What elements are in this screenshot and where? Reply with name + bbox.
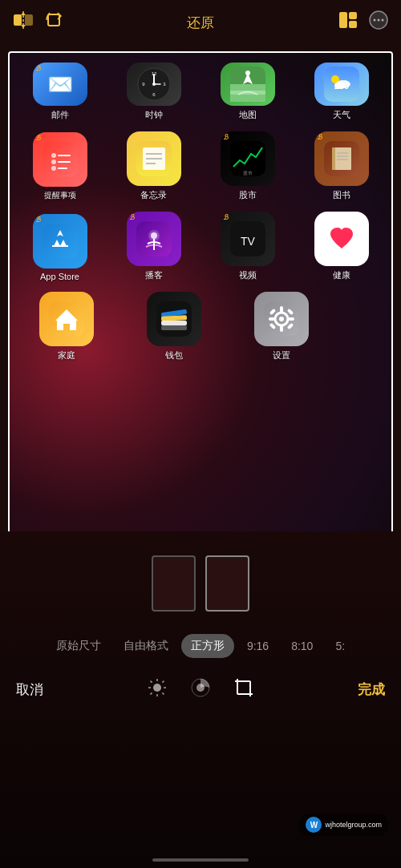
beta-badge-books: ℬ	[317, 133, 322, 141]
svg-rect-73	[269, 317, 275, 321]
svg-point-11	[378, 19, 380, 22]
beta-badge-podcasts: ℬ	[129, 213, 135, 221]
svg-line-87	[151, 692, 152, 694]
bottom-tools	[147, 677, 254, 701]
svg-text:股市: 股市	[243, 170, 253, 176]
svg-rect-71	[280, 306, 283, 313]
format-option-916[interactable]: 9:16	[237, 635, 278, 657]
svg-rect-5	[48, 14, 59, 26]
action-bar: 取消	[0, 677, 401, 701]
list-item: 280 天气	[311, 58, 372, 126]
app-label-appstore: App Store	[40, 272, 79, 281]
svg-point-37	[51, 166, 56, 171]
format-option-free[interactable]: 自由格式	[114, 634, 178, 658]
cancel-button[interactable]: 取消	[16, 680, 43, 699]
app-label-weather: 天气	[333, 109, 350, 121]
list-item: 12 3 6 9 时钟	[124, 58, 184, 126]
layout-icon[interactable]	[338, 11, 358, 34]
list-item: ℬ 股市 股市	[217, 126, 278, 206]
list-item: ℬ 提醒事项	[30, 126, 91, 206]
list-item	[358, 286, 365, 366]
app-label-home: 家庭	[58, 349, 75, 361]
image-crop-area[interactable]: ℬ ✉️ 邮件 12 3 6 9	[8, 51, 393, 548]
more-icon[interactable]	[369, 10, 388, 34]
app-label-books: 图书	[333, 189, 350, 201]
beta-badge-appletv: ℬ	[223, 213, 229, 221]
svg-rect-1	[25, 14, 33, 26]
svg-rect-52	[43, 224, 78, 259]
rotate-icon[interactable]	[45, 11, 63, 34]
svg-rect-74	[288, 317, 294, 321]
svg-rect-0	[14, 14, 22, 26]
svg-marker-3	[21, 12, 26, 15]
beta-badge-reminders: ℬ	[35, 134, 41, 142]
app-label-wallet: 钱包	[165, 349, 183, 361]
format-option-square[interactable]: 正方形	[181, 634, 234, 658]
format-option-810[interactable]: 8:10	[282, 635, 322, 657]
list-item: 钱包	[144, 286, 205, 366]
svg-line-85	[162, 692, 164, 694]
app-label-health: 健康	[333, 269, 350, 281]
list-item: 家庭	[36, 286, 97, 366]
format-option-5[interactable]: 5:	[326, 635, 354, 657]
svg-rect-66	[161, 321, 187, 325]
watermark-logo: W	[306, 817, 322, 833]
app-label-maps: 地图	[239, 109, 257, 121]
app-label-reminders: 提醒事项	[44, 190, 76, 201]
svg-point-21	[152, 83, 156, 86]
app-label-podcasts: 播客	[145, 269, 163, 281]
svg-rect-67	[161, 325, 187, 330]
list-item: 地图	[217, 58, 278, 126]
list-item: ℬ ✉️ 邮件	[30, 58, 91, 126]
svg-rect-6	[339, 12, 347, 28]
app-label-stocks: 股市	[239, 189, 257, 201]
thumbnail-2[interactable]	[205, 555, 249, 612]
list-item: ℬ 图书	[311, 126, 372, 206]
svg-rect-7	[349, 12, 357, 19]
svg-point-89	[196, 684, 205, 692]
svg-point-26	[245, 71, 250, 75]
beta-badge-stocks: ℬ	[223, 133, 229, 141]
svg-marker-4	[21, 25, 26, 28]
svg-point-70	[279, 317, 284, 321]
format-option-original[interactable]: 原始尺寸	[47, 634, 111, 658]
list-item: 备忘录	[124, 126, 184, 206]
svg-line-84	[151, 681, 152, 683]
svg-rect-8	[349, 21, 357, 28]
color-adjust-icon[interactable]	[190, 677, 211, 701]
crop-icon[interactable]	[233, 677, 254, 701]
svg-point-79	[153, 684, 161, 692]
done-button[interactable]: 完成	[358, 680, 385, 699]
svg-point-33	[51, 153, 56, 158]
thumbnail-1[interactable]	[152, 555, 196, 612]
brightness-icon[interactable]	[147, 677, 168, 701]
beta-badge-mail: ℬ	[35, 64, 41, 72]
svg-point-31	[334, 83, 346, 89]
toolbar-right	[338, 10, 388, 34]
svg-text:TV: TV	[241, 235, 256, 248]
bottom-panel: 原始尺寸 自由格式 正方形 9:16 8:10 5: 取消	[0, 531, 401, 868]
toolbar-left	[13, 11, 63, 34]
list-item: 设置	[251, 286, 312, 366]
app-label-mail: 邮件	[51, 109, 69, 121]
app-label-settings: 设置	[273, 349, 290, 361]
thumbnails-row	[152, 555, 249, 612]
svg-rect-48	[332, 147, 335, 170]
app-label-clock: 时钟	[145, 109, 163, 121]
app-label-appletv: 视频	[239, 269, 257, 281]
svg-point-56	[151, 232, 157, 239]
top-toolbar: 还原	[0, 0, 401, 45]
list-item: ℬ TV 视频	[217, 206, 278, 286]
toolbar-title: 还原	[187, 14, 214, 32]
svg-point-12	[382, 19, 384, 22]
svg-rect-32	[43, 142, 78, 177]
list-item: ℬ App Store	[30, 206, 91, 286]
list-item: 健康	[311, 206, 372, 286]
list-item: ℬ 播客	[124, 206, 184, 286]
flip-horizontal-icon[interactable]	[13, 11, 34, 34]
svg-point-10	[374, 19, 376, 22]
svg-rect-90	[237, 681, 250, 694]
format-options-row: 原始尺寸 自由格式 正方形 9:16 8:10 5:	[0, 634, 401, 658]
svg-line-86	[162, 681, 164, 683]
watermark-text: wjhotelgroup.com	[325, 821, 382, 829]
